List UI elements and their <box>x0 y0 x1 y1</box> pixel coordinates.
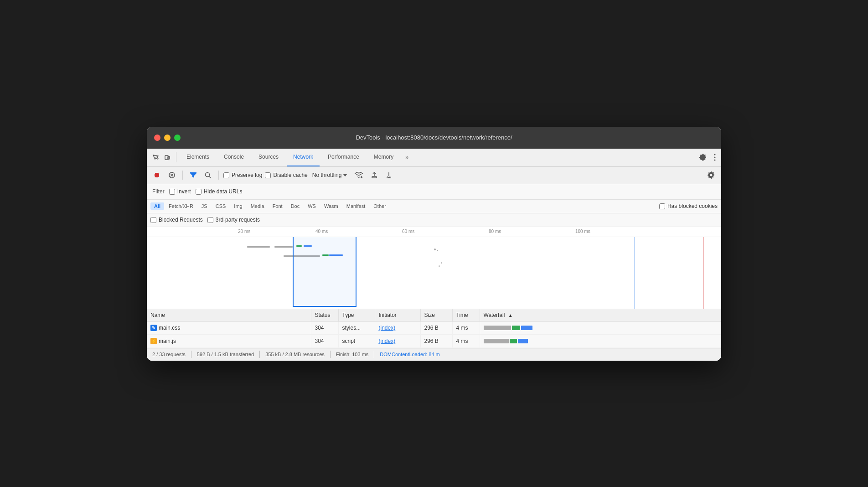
disable-cache-label[interactable]: Disable cache <box>265 172 307 178</box>
col-type[interactable]: Type <box>338 309 375 321</box>
col-size[interactable]: Size <box>420 309 452 321</box>
col-initiator[interactable]: Initiator <box>375 309 420 321</box>
nav-right-icons <box>698 152 718 163</box>
svg-rect-12 <box>372 176 377 178</box>
status-divider-2 <box>259 351 260 358</box>
more-options-icon[interactable] <box>712 152 718 163</box>
type-filter-manifest[interactable]: Manifest <box>343 202 369 210</box>
hide-data-urls-label[interactable]: Hide data URLs <box>196 188 243 195</box>
col-name[interactable]: Name <box>147 309 311 321</box>
type-filter-fetch-xhr[interactable]: Fetch/XHR <box>165 202 197 210</box>
filter-label: Filter <box>152 188 165 195</box>
type-filter-all[interactable]: All <box>150 202 164 210</box>
device-toolbar-icon[interactable] <box>162 152 172 162</box>
svg-point-10 <box>361 176 362 178</box>
type-filter-bar: All Fetch/XHR JS CSS Img Media Font Doc … <box>147 200 721 213</box>
close-button[interactable] <box>154 135 160 141</box>
timeline-ruler: 20 ms 40 ms 60 ms 80 ms 100 ms <box>147 227 721 237</box>
invert-label[interactable]: Invert <box>169 188 191 195</box>
type-filter-js[interactable]: JS <box>198 202 211 210</box>
blocked-requests-checkbox[interactable] <box>150 217 156 223</box>
third-party-label[interactable]: 3rd-party requests <box>207 217 260 223</box>
network-table-container: Name Status Type Initiator Size Time Wat… <box>147 309 721 348</box>
type-filter-other[interactable]: Other <box>370 202 390 210</box>
svg-point-8 <box>206 173 210 177</box>
waterfall-cell <box>480 321 721 334</box>
search-icon[interactable] <box>202 170 214 180</box>
initiator-cell: (index) <box>375 321 420 334</box>
tab-sources[interactable]: Sources <box>252 148 285 166</box>
throttle-selector[interactable]: No throttling <box>310 171 350 179</box>
has-blocked-cookies-checkbox[interactable] <box>659 203 665 209</box>
type-filter-doc[interactable]: Doc <box>287 202 304 210</box>
disable-cache-checkbox[interactable] <box>265 172 271 178</box>
status-divider-3 <box>330 351 331 358</box>
initiator-link[interactable]: (index) <box>379 338 396 344</box>
size-cell: 296 B <box>420 334 452 347</box>
tab-console[interactable]: Console <box>217 148 250 166</box>
transferred-size: 592 B / 1.5 kB transferred <box>197 352 254 357</box>
col-status[interactable]: Status <box>311 309 338 321</box>
ruler-60ms: 60 ms <box>402 229 414 234</box>
upload-icon[interactable] <box>368 170 380 180</box>
timeline-selection[interactable] <box>293 237 356 307</box>
timeline-area: 20 ms 40 ms 60 ms 80 ms 100 ms <box>147 227 721 309</box>
type-filter-font[interactable]: Font <box>269 202 286 210</box>
blocked-bar: Blocked Requests 3rd-party requests <box>147 213 721 227</box>
record-button[interactable]: ⏺ <box>150 169 163 181</box>
tab-memory[interactable]: Memory <box>367 148 400 166</box>
svg-point-3 <box>714 157 716 158</box>
type-filter-css[interactable]: CSS <box>212 202 230 210</box>
requests-count: 2 / 33 requests <box>152 352 186 357</box>
status-divider-1 <box>191 351 191 358</box>
tab-elements[interactable]: Elements <box>180 148 216 166</box>
hide-data-urls-checkbox[interactable] <box>196 189 202 195</box>
tab-network[interactable]: Network <box>287 148 320 166</box>
third-party-checkbox[interactable] <box>207 217 213 223</box>
col-waterfall[interactable]: Waterfall ▲ <box>480 309 721 321</box>
status-divider-4 <box>374 351 374 358</box>
preserve-log-checkbox[interactable] <box>223 172 229 178</box>
title-bar: DevTools - localhost:8080/docs/devtools/… <box>147 127 721 149</box>
toolbar-divider-2 <box>218 171 219 180</box>
has-blocked-cookies-group: Has blocked cookies <box>659 203 718 209</box>
waterfall-bars <box>484 337 718 345</box>
network-settings-icon[interactable] <box>705 170 718 181</box>
col-time[interactable]: Time <box>452 309 480 321</box>
preserve-log-label[interactable]: Preserve log <box>223 172 262 178</box>
js-file-icon: ⚡ <box>150 338 157 344</box>
settings-icon[interactable] <box>698 152 708 163</box>
ruler-20ms: 20 ms <box>238 229 250 234</box>
download-icon[interactable] <box>383 170 395 180</box>
initiator-link[interactable]: (index) <box>379 325 396 331</box>
table-row[interactable]: ⚡ main.js 304 script (index) 296 B 4 ms <box>147 334 721 347</box>
nav-bar: Elements Console Sources Network Perform… <box>147 149 721 167</box>
type-filter-media[interactable]: Media <box>247 202 268 210</box>
blocked-requests-label[interactable]: Blocked Requests <box>150 217 203 223</box>
file-name-cell: ✎ main.css <box>147 321 311 334</box>
type-filter-ws[interactable]: WS <box>304 202 320 210</box>
wifi-settings-icon[interactable] <box>352 170 366 180</box>
invert-checkbox[interactable] <box>169 189 175 195</box>
filter-icon[interactable] <box>187 171 199 180</box>
clear-button[interactable] <box>166 170 178 180</box>
window-title: DevTools - localhost:8080/docs/devtools/… <box>356 134 512 141</box>
dom-content-loaded: DOMContentLoaded: 84 m <box>380 352 439 357</box>
timeline-content[interactable] <box>238 237 721 309</box>
tab-performance[interactable]: Performance <box>321 148 366 166</box>
status-cell: 304 <box>311 334 338 347</box>
maximize-button[interactable] <box>174 135 181 141</box>
status-bar: 2 / 33 requests 592 B / 1.5 kB transferr… <box>147 348 721 361</box>
minimize-button[interactable] <box>164 135 170 141</box>
css-file-icon: ✎ <box>150 325 157 331</box>
svg-rect-1 <box>168 156 170 159</box>
select-element-icon[interactable] <box>150 152 160 162</box>
svg-point-4 <box>714 160 716 161</box>
has-blocked-cookies-label: Has blocked cookies <box>667 203 718 209</box>
type-filter-wasm[interactable]: Wasm <box>320 202 342 210</box>
svg-point-2 <box>714 154 716 155</box>
more-tabs-button[interactable]: » <box>402 152 412 162</box>
waterfall-cell <box>480 334 721 347</box>
type-filter-img[interactable]: Img <box>230 202 246 210</box>
table-row[interactable]: ✎ main.css 304 styles... (index) 296 B 4… <box>147 321 721 334</box>
